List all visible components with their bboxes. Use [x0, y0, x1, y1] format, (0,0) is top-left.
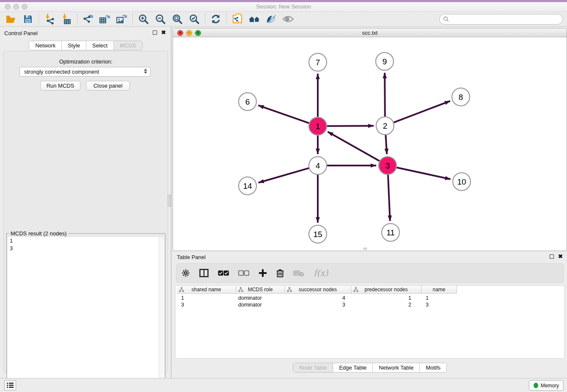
table-row[interactable]: 3dominator323 [177, 301, 457, 308]
graph-node-2[interactable]: 2 [376, 117, 394, 135]
table-panel: Table Panel ✖ [173, 252, 567, 378]
splitter-grip[interactable] [168, 195, 171, 207]
graph-node-6[interactable]: 6 [239, 93, 256, 110]
mcds-result-list[interactable]: 13 [8, 237, 164, 392]
deselect-all-icon[interactable] [238, 270, 249, 276]
svg-text:6: 6 [245, 97, 250, 106]
home-button[interactable] [246, 13, 263, 25]
refresh-layout-button[interactable] [207, 13, 224, 25]
zoom-fit-icon [172, 14, 183, 25]
control-panel-title: Control Panel [4, 30, 38, 36]
optimization-criterion-dropdown[interactable]: strongly connected component [19, 67, 151, 77]
graph-edge-1-2[interactable] [327, 126, 374, 126]
table-tab-node-table[interactable]: Node Table [293, 363, 333, 372]
network-graph[interactable]: 7968124314101511 [173, 37, 567, 251]
search-field[interactable] [439, 14, 563, 25]
table-panel-float-button[interactable] [550, 254, 554, 259]
table-row[interactable]: 1dominator411 [177, 295, 457, 301]
table-header-row: shared nameMCDS rolesuccessor nodesprede… [177, 286, 457, 294]
graph-node-7[interactable]: 7 [309, 53, 327, 71]
graph-node-10[interactable]: 10 [453, 173, 471, 190]
toggle-panel-icon[interactable] [199, 269, 209, 277]
graph-edge-3-1[interactable] [328, 132, 380, 161]
graph-edge-2-9[interactable] [385, 73, 385, 117]
tab-network[interactable]: Network [29, 41, 62, 50]
eye-button[interactable] [280, 13, 297, 25]
import-network-button[interactable] [41, 13, 58, 25]
node-table[interactable]: shared nameMCDS rolesuccessor nodesprede… [175, 285, 564, 359]
column-header-successor-nodes[interactable]: successor nodes [285, 286, 351, 293]
zoom-out-button[interactable] [152, 13, 169, 25]
zoom-fit-button[interactable] [169, 13, 186, 25]
control-panel-close-button[interactable]: ✖ [161, 30, 166, 35]
table-cell[interactable]: dominator [236, 295, 285, 301]
table-tab-network-table[interactable]: Network Table [373, 363, 420, 372]
graph-edge-3-10[interactable] [396, 167, 451, 179]
export-table-button[interactable] [96, 13, 113, 25]
table-tab-edge-table[interactable]: Edge Table [333, 363, 373, 372]
column-header-shared-name[interactable]: shared name [177, 286, 236, 293]
import-table-button[interactable] [58, 13, 75, 25]
graph-node-8[interactable]: 8 [452, 88, 470, 106]
run-mcds-button[interactable]: Run MCDS [40, 81, 80, 91]
open-folder-icon [6, 14, 17, 24]
graph-node-14[interactable]: 14 [239, 177, 256, 195]
settings-gear-icon[interactable] [182, 269, 190, 277]
table-cell[interactable]: 1 [421, 295, 457, 301]
table-cell[interactable]: 3 [285, 301, 351, 308]
table-cell[interactable]: 3 [421, 301, 457, 308]
graph-node-4[interactable]: 4 [309, 157, 327, 174]
result-scrollbar-track[interactable] [159, 237, 164, 392]
table-cell[interactable]: 3 [177, 301, 236, 308]
zoom-selected-button[interactable] [186, 13, 203, 25]
column-header-predecessor-nodes[interactable]: predecessor nodes [351, 286, 421, 293]
export-network-button[interactable] [80, 13, 96, 25]
tab-select[interactable]: Select [86, 41, 114, 50]
table-tab-motifs[interactable]: Motifs [420, 363, 446, 372]
column-header-MCDS-role[interactable]: MCDS role [236, 286, 285, 293]
graph-node-3[interactable]: 3 [379, 157, 396, 174]
graph-edge-3-11[interactable] [388, 174, 390, 221]
task-list-icon [7, 382, 14, 388]
select-all-icon[interactable] [218, 270, 229, 276]
result-item[interactable]: 3 [8, 245, 164, 252]
network-window-titlebar[interactable]: ✕ − + scc.txt [173, 28, 567, 37]
save-session-button[interactable] [19, 13, 36, 25]
show-hide-graphics-details-button[interactable] [263, 13, 280, 25]
graph-edge-4-14[interactable] [259, 168, 309, 183]
graph-node-1[interactable]: 1 [309, 117, 327, 135]
table-panel-close-button[interactable]: ✖ [558, 254, 563, 259]
tab-style[interactable]: Style [62, 41, 86, 50]
tab-mcds[interactable]: MCDS [114, 41, 142, 50]
graph-edge-1-6[interactable] [258, 105, 309, 123]
export-image-button[interactable] [113, 13, 130, 25]
mcds-result-group: MCDS result (2 nodes) 13 [6, 233, 165, 392]
table-cell[interactable]: 1 [177, 295, 236, 301]
table-cell[interactable]: 4 [285, 295, 351, 301]
graph-node-9[interactable]: 9 [376, 52, 394, 70]
svg-text:14: 14 [243, 182, 252, 190]
zoom-in-button[interactable] [135, 13, 152, 25]
memory-button[interactable]: Memory [529, 380, 564, 391]
table-cell[interactable]: dominator [236, 301, 285, 308]
result-item[interactable]: 1 [8, 237, 164, 245]
search-input[interactable] [449, 16, 555, 22]
control-panel-float-button[interactable] [153, 30, 157, 35]
graph-node-15[interactable]: 15 [309, 225, 327, 243]
table-cell[interactable]: 2 [351, 301, 421, 308]
task-history-button[interactable] [4, 380, 16, 390]
table-cell[interactable]: 1 [351, 295, 421, 301]
window-title: Session: New Session [0, 3, 567, 10]
graph-node-11[interactable]: 11 [382, 224, 399, 241]
graph-edge-2-8[interactable] [394, 101, 450, 123]
network-resize-grip[interactable] [363, 248, 367, 250]
network-canvas[interactable]: 7968124314101511 [173, 37, 567, 251]
add-column-icon[interactable] [259, 269, 267, 277]
clone-network-button[interactable] [229, 13, 246, 25]
close-panel-button[interactable]: Close panel [86, 81, 130, 91]
open-session-button[interactable] [3, 13, 19, 25]
column-header-name[interactable]: name [421, 286, 457, 293]
graph-edge-2-3[interactable] [385, 135, 387, 154]
delete-column-icon[interactable] [276, 269, 284, 278]
import-network-icon [44, 14, 55, 25]
